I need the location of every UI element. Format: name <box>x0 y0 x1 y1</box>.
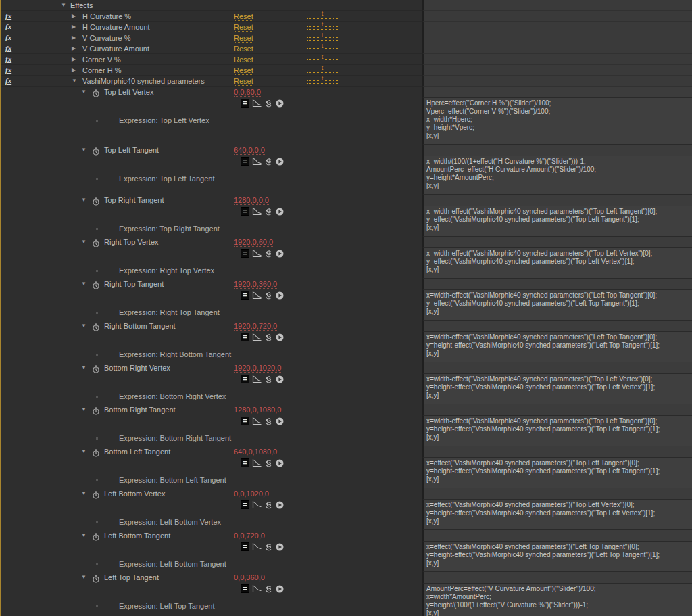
twirl-down-icon[interactable]: ▼ <box>81 449 86 454</box>
stopwatch-icon[interactable] <box>92 147 100 156</box>
parameter-value[interactable]: 1280,0,1080,0 <box>234 406 281 414</box>
twirl-icon[interactable]: ▶ <box>72 24 76 30</box>
enable-expression-icon[interactable]: = <box>241 291 249 300</box>
expression-dots[interactable]: t <box>307 45 338 51</box>
enable-expression-icon[interactable]: = <box>241 99 249 108</box>
twirl-down-icon[interactable]: ▼ <box>81 197 86 203</box>
parameter-value[interactable]: 0,0,1020,0 <box>234 490 269 498</box>
twirl-down-icon[interactable]: ▼ <box>81 365 86 371</box>
expression-text[interactable]: x=width-effect("VashiMorphic40 synched p… <box>424 206 692 236</box>
fx-icon[interactable]: fx <box>5 66 11 74</box>
fx-icon[interactable]: fx <box>5 76 11 85</box>
pick-whip-icon[interactable] <box>264 459 273 467</box>
stopwatch-icon[interactable] <box>92 197 100 206</box>
stopwatch-icon[interactable] <box>92 323 100 331</box>
twirl-down-icon[interactable]: ▼ <box>81 533 86 538</box>
parameter-value[interactable]: 0,0,720,0 <box>234 531 265 540</box>
expression-text[interactable]: x=width-effect("VashiMorphic40 synched p… <box>424 374 692 404</box>
fx-icon[interactable]: fx <box>5 33 11 41</box>
parameter-name[interactable]: Bottom Left Tangent <box>104 448 170 456</box>
expression-language-menu-icon[interactable] <box>276 208 284 216</box>
expression-dots[interactable]: t <box>307 67 338 73</box>
pick-whip-icon[interactable] <box>264 208 273 216</box>
expression-dots[interactable]: t <box>307 34 338 41</box>
stopwatch-icon[interactable] <box>92 449 100 457</box>
expression-dots[interactable]: t <box>307 13 338 19</box>
pick-whip-icon[interactable] <box>264 158 273 166</box>
expression-text[interactable]: x=width/(100/(1+effect("H Curvature %")(… <box>424 156 692 194</box>
enable-expression-icon[interactable]: = <box>241 249 249 258</box>
expression-language-menu-icon[interactable] <box>276 417 284 425</box>
twirl-icon[interactable]: ▶ <box>72 46 76 51</box>
parameter-name[interactable]: Right Top Vertex <box>104 238 159 246</box>
post-expression-graph-icon[interactable] <box>252 333 262 341</box>
expression-text[interactable]: x=width-effect("VashiMorphic40 synched p… <box>424 416 692 446</box>
expression-language-menu-icon[interactable] <box>276 585 284 593</box>
pick-whip-icon[interactable] <box>264 291 273 300</box>
fx-icon[interactable]: fx <box>5 55 11 63</box>
post-expression-graph-icon[interactable] <box>252 291 262 300</box>
expression-text[interactable]: AmountPerc=effect("V Curvature Amount")(… <box>424 584 692 616</box>
expression-dots[interactable]: t <box>307 24 338 30</box>
parameter-name[interactable]: Bottom Right Vertex <box>104 364 170 372</box>
enable-expression-icon[interactable]: = <box>241 417 249 425</box>
parameter-name[interactable]: Top Left Tangent <box>104 146 159 154</box>
post-expression-graph-icon[interactable] <box>252 207 262 216</box>
pick-whip-icon[interactable] <box>264 543 273 551</box>
twirl-down-icon[interactable]: ▼ <box>81 575 86 580</box>
post-expression-graph-icon[interactable] <box>252 584 262 593</box>
expression-language-menu-icon[interactable] <box>276 291 284 300</box>
stopwatch-icon[interactable] <box>92 575 100 583</box>
expression-language-menu-icon[interactable] <box>276 250 284 258</box>
reset-button[interactable]: Reset <box>234 34 253 43</box>
expression-dots[interactable]: t <box>307 56 338 62</box>
expression-language-menu-icon[interactable] <box>276 158 284 166</box>
stopwatch-icon[interactable] <box>92 239 100 247</box>
pick-whip-icon[interactable] <box>264 250 273 258</box>
post-expression-graph-icon[interactable] <box>252 157 262 166</box>
expression-text[interactable]: x=width-effect("VashiMorphic40 synched p… <box>424 248 692 278</box>
effect-name[interactable]: Corner H % <box>82 66 121 74</box>
post-expression-graph-icon[interactable] <box>252 99 262 108</box>
parameter-name[interactable]: Top Left Vertex <box>104 88 153 96</box>
stopwatch-icon[interactable] <box>92 407 100 415</box>
twirl-icon[interactable]: ▶ <box>72 57 76 62</box>
expression-language-menu-icon[interactable] <box>276 99 284 108</box>
enable-expression-icon[interactable]: = <box>241 458 249 467</box>
enable-expression-icon[interactable]: = <box>241 500 249 509</box>
parameter-value[interactable]: 1920,0,360,0 <box>234 280 277 289</box>
parameter-value[interactable]: 1280,0,0,0 <box>234 196 269 205</box>
twirl-icon[interactable]: ▼ <box>72 78 77 84</box>
twirl-down-icon[interactable]: ▼ <box>61 3 66 8</box>
expression-language-menu-icon[interactable] <box>276 375 284 383</box>
reset-button[interactable]: Reset <box>234 23 253 32</box>
twirl-down-icon[interactable]: ▼ <box>81 491 86 496</box>
parameter-name[interactable]: Right Top Tangent <box>104 280 164 288</box>
parameter-value[interactable]: 1920,0,720,0 <box>234 322 277 331</box>
twirl-icon[interactable]: ▶ <box>72 14 76 19</box>
expression-language-menu-icon[interactable] <box>276 543 284 551</box>
enable-expression-icon[interactable]: = <box>241 542 249 551</box>
stopwatch-icon[interactable] <box>92 281 100 289</box>
stopwatch-icon[interactable] <box>92 89 100 97</box>
enable-expression-icon[interactable]: = <box>241 333 249 341</box>
twirl-down-icon[interactable]: ▼ <box>81 407 86 412</box>
post-expression-graph-icon[interactable] <box>252 500 262 509</box>
parameter-name[interactable]: Left Bottom Vertex <box>104 490 166 498</box>
expression-language-menu-icon[interactable] <box>276 501 284 509</box>
expression-text[interactable]: x=width-effect("VashiMorphic40 synched p… <box>424 332 692 362</box>
effect-name[interactable]: Corner V % <box>82 55 121 64</box>
parameter-value[interactable]: 640,0,1080,0 <box>234 448 277 456</box>
pick-whip-icon[interactable] <box>264 375 273 383</box>
post-expression-graph-icon[interactable] <box>252 375 262 383</box>
fx-icon[interactable]: fx <box>5 11 11 20</box>
reset-button[interactable]: Reset <box>234 66 253 75</box>
parameter-name[interactable]: Top Right Tangent <box>104 196 164 204</box>
pick-whip-icon[interactable] <box>264 333 273 341</box>
pick-whip-icon[interactable] <box>264 585 273 593</box>
pick-whip-icon[interactable] <box>264 501 273 509</box>
twirl-down-icon[interactable]: ▼ <box>81 147 86 153</box>
expression-language-menu-icon[interactable] <box>276 459 284 467</box>
effect-name[interactable]: H Curvature % <box>82 12 131 20</box>
post-expression-graph-icon[interactable] <box>252 542 262 551</box>
